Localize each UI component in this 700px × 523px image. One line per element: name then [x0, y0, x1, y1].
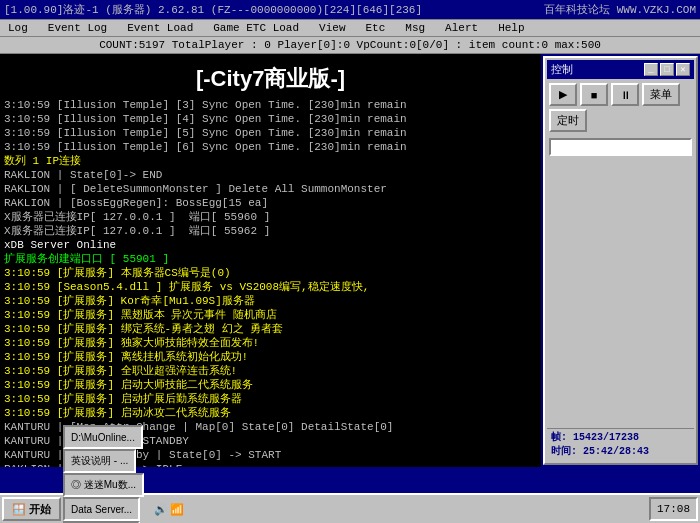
log-line: X服务器已连接IP[ 127.0.0.1 ] 端口[ 55962 ]	[4, 224, 537, 238]
menu-item-etc[interactable]: Etc	[361, 22, 389, 34]
log-line: RAKLION | [BossEggRegen]: BossEgg[15 ea]	[4, 196, 537, 210]
title-right-text: 百年科技论坛 WWW.VZKJ.COM	[544, 4, 696, 16]
time-stat: 时间: 25:42/28:43	[551, 445, 690, 459]
tray-icon2: 📶	[170, 503, 184, 516]
taskbar-app-button[interactable]: Data Server...	[63, 497, 140, 521]
start-label: 开始	[29, 502, 51, 517]
menu-item-event log[interactable]: Event Log	[44, 22, 111, 34]
log-line: 3:10:59 [扩展服务] 独家大师技能特效全面发布!	[4, 336, 537, 350]
stop-button[interactable]: ■	[580, 83, 608, 106]
log-line: RAKLION | State[0]-> END	[4, 168, 537, 182]
title-bar-text: [1.00.90]洛迹-1 (服务器) 2.62.81 (FZ---000000…	[4, 2, 422, 17]
console-window: [-City7商业版-] 3:10:59 [Illusion Temple] […	[0, 54, 541, 467]
menu-item-log[interactable]: Log	[4, 22, 32, 34]
timer-button[interactable]: 定时	[549, 109, 587, 132]
taskbar-buttons: D:\MuOnline...英设说明 - ...◎ 迷迷Mu数...Data S…	[63, 425, 148, 523]
tray-icon1: 🔊	[154, 503, 168, 516]
control-stats: 帧: 15423/17238 时间: 25:42/28:43	[547, 428, 694, 461]
log-line: 3:10:59 [Season5.4.dll ] 扩展服务 vs VS2008编…	[4, 280, 537, 294]
menu-item-msg[interactable]: Msg	[401, 22, 429, 34]
close-btn[interactable]: ✕	[676, 63, 690, 76]
taskbar-tray: 🔊 📶	[150, 503, 188, 516]
start-button[interactable]: 🪟 开始	[2, 497, 61, 521]
pause-button[interactable]: ⏸	[611, 83, 639, 106]
minimize-btn[interactable]: _	[644, 63, 658, 76]
console-title: [-City7商业版-]	[4, 58, 537, 98]
status-text: COUNT:5197 TotalPlayer : 0 Player[0]:0 V…	[99, 39, 601, 51]
taskbar: 🪟 开始 D:\MuOnline...英设说明 - ...◎ 迷迷Mu数...D…	[0, 493, 700, 523]
main-area: [-City7商业版-] 3:10:59 [Illusion Temple] […	[0, 54, 700, 467]
start-icon: 🪟	[12, 503, 26, 516]
play-button[interactable]: ▶	[549, 83, 577, 106]
console-log: 3:10:59 [Illusion Temple] [3] Sync Open …	[4, 98, 537, 467]
log-line: 3:10:59 [扩展服务] 启动扩展后勤系统服务器	[4, 392, 537, 406]
taskbar-app-button[interactable]: ◎ 迷迷Mu数...	[63, 473, 144, 497]
log-line: 3:10:59 [扩展服务] 绑定系统-勇者之翅 幻之 勇者套	[4, 322, 537, 336]
log-line: 3:10:59 [扩展服务] 启动冰攻二代系统服务	[4, 406, 537, 420]
frames-stat: 帧: 15423/17238	[551, 431, 690, 445]
menu-item-event load[interactable]: Event Load	[123, 22, 197, 34]
control-buttons-row1: ▶ ■ ⏸ 菜单 定时	[547, 81, 694, 134]
control-title-text: 控制	[551, 62, 573, 77]
control-input[interactable]	[549, 138, 692, 156]
log-line: RAKLION | [ DeleteSummonMonster ] Delete…	[4, 182, 537, 196]
taskbar-app-button[interactable]: D:\MuOnline...	[63, 425, 143, 449]
title-bar: [1.00.90]洛迹-1 (服务器) 2.62.81 (FZ---000000…	[0, 0, 700, 20]
taskbar-clock: 17:08	[649, 497, 698, 521]
log-line: 3:10:59 [扩展服务] 本服务器CS编号是(0)	[4, 266, 537, 280]
log-line: xDB Server Online	[4, 238, 537, 252]
log-line: 数列 1 IP连接	[4, 154, 537, 168]
menu-button[interactable]: 菜单	[642, 83, 680, 106]
log-line: X服务器已连接IP[ 127.0.0.1 ] 端口[ 55960 ]	[4, 210, 537, 224]
log-line: 3:10:59 [Illusion Temple] [5] Sync Open …	[4, 126, 537, 140]
log-line: 3:10:59 [Illusion Temple] [4] Sync Open …	[4, 112, 537, 126]
log-line: 3:10:59 [Illusion Temple] [3] Sync Open …	[4, 98, 537, 112]
menu-item-view[interactable]: View	[315, 22, 349, 34]
input-container	[547, 136, 694, 158]
control-panel: 控制 _ □ ✕ ▶ ■ ⏸ 菜单 定时 帧: 15423/17238 时间: …	[543, 56, 698, 465]
log-line: 3:10:59 [扩展服务] Kor奇幸[Mu1.09S]服务器	[4, 294, 537, 308]
log-line: 扩展服务创建端口口 [ 55901 ]	[4, 252, 537, 266]
clock-time: 17:08	[657, 503, 690, 515]
control-title-bar: 控制 _ □ ✕	[547, 60, 694, 79]
log-line: 3:10:59 [扩展服务] 全职业超强淬连击系统!	[4, 364, 537, 378]
taskbar-app-button[interactable]: 英设说明 - ...	[63, 449, 136, 473]
log-line: 3:10:59 [扩展服务] 启动大师技能二代系统服务	[4, 378, 537, 392]
menu-item-game etc load[interactable]: Game ETC Load	[209, 22, 303, 34]
maximize-btn[interactable]: □	[660, 63, 674, 76]
menu-item-alert[interactable]: Alert	[441, 22, 482, 34]
status-bar: COUNT:5197 TotalPlayer : 0 Player[0]:0 V…	[0, 37, 700, 54]
log-line: 3:10:59 [Illusion Temple] [6] Sync Open …	[4, 140, 537, 154]
log-line: 3:10:59 [扩展服务] 黑翅版本 异次元事件 随机商店	[4, 308, 537, 322]
menu-item-help[interactable]: Help	[494, 22, 528, 34]
title-bar-right: 百年科技论坛 WWW.VZKJ.COM	[544, 2, 696, 17]
log-line: 3:10:59 [扩展服务] 离线挂机系统初始化成功!	[4, 350, 537, 364]
menu-bar: LogEvent LogEvent LoadGame ETC LoadViewE…	[0, 20, 700, 37]
